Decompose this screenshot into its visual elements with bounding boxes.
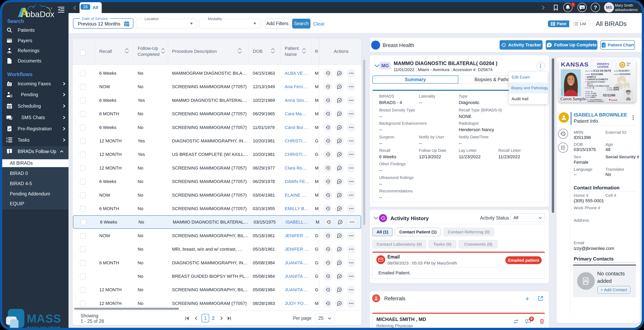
svg-text:Caron Sample: Caron Sample bbox=[560, 96, 586, 101]
svg-text:1: 1 bbox=[6, 137, 8, 140]
svg-text:17 WGT: 17 WGT bbox=[585, 95, 591, 96]
svg-text:A: A bbox=[592, 87, 594, 89]
svg-text:01/11/2023: 01/11/2023 bbox=[620, 73, 630, 75]
svg-text:USA: USA bbox=[627, 62, 631, 64]
svg-text:15 SEX: 15 SEX bbox=[585, 91, 590, 93]
svg-text:9a END: 9a END bbox=[607, 87, 612, 89]
svg-text:K12-34-5678: K12-34-5678 bbox=[593, 69, 611, 72]
svg-text:01/11/1966: 01/11/1966 bbox=[591, 73, 603, 76]
svg-text:4d LIC. NO.: 4d LIC. NO. bbox=[585, 70, 593, 72]
svg-text:NONE: NONE bbox=[614, 89, 619, 91]
svg-text:DONOR: DONOR bbox=[611, 99, 618, 101]
svg-text:KANSAS: KANSAS bbox=[561, 61, 588, 68]
svg-text:12 REST: 12 REST bbox=[607, 89, 613, 91]
svg-text:SAMPLE: SAMPLE bbox=[561, 89, 563, 95]
svg-text:4a ISS: 4a ISS bbox=[614, 70, 618, 72]
svg-text:8: 8 bbox=[585, 81, 586, 83]
svg-text:bbaDox: bbaDox bbox=[26, 10, 54, 19]
svg-text:CARON ELIZABETH: CARON ELIZABETH bbox=[587, 78, 608, 80]
svg-text:9 CLASS: 9 CLASS bbox=[585, 87, 592, 89]
svg-text:4b EXP: 4b EXP bbox=[614, 73, 619, 75]
svg-text:16 HGT: 16 HGT bbox=[585, 93, 590, 94]
svg-text:23XWMXX123XWM12: 23XWMXX123XWM12 bbox=[588, 100, 604, 102]
svg-text:BRO: BRO bbox=[591, 96, 596, 98]
svg-text:3 DOB: 3 DOB bbox=[585, 73, 590, 75]
svg-text:LICENSE: LICENSE bbox=[598, 65, 609, 68]
svg-text:KS: KS bbox=[627, 64, 629, 66]
svg-text:?: ? bbox=[594, 4, 597, 10]
svg-text:2: 2 bbox=[585, 78, 586, 80]
svg-text:RADIOLOGY GROUP: RADIOLOGY GROUP bbox=[27, 326, 60, 328]
svg-text:SMS: SMS bbox=[581, 7, 584, 8]
svg-text:TOPEKA, KS 66612-1234: TOPEKA, KS 66612-1234 bbox=[587, 85, 609, 87]
svg-text:SAMPLE: SAMPLE bbox=[587, 76, 596, 78]
svg-text:MASS: MASS bbox=[27, 312, 61, 325]
svg-text:®: ® bbox=[51, 7, 52, 9]
svg-text:01/11/2017: 01/11/2017 bbox=[619, 69, 630, 72]
svg-text:18 EYES: 18 EYES bbox=[585, 96, 591, 98]
svg-text:1: 1 bbox=[585, 76, 586, 78]
svg-text:01/11/66: 01/11/66 bbox=[603, 94, 616, 97]
svg-text:2: 2 bbox=[6, 140, 8, 143]
svg-text:DRIVER'S: DRIVER'S bbox=[597, 62, 609, 65]
